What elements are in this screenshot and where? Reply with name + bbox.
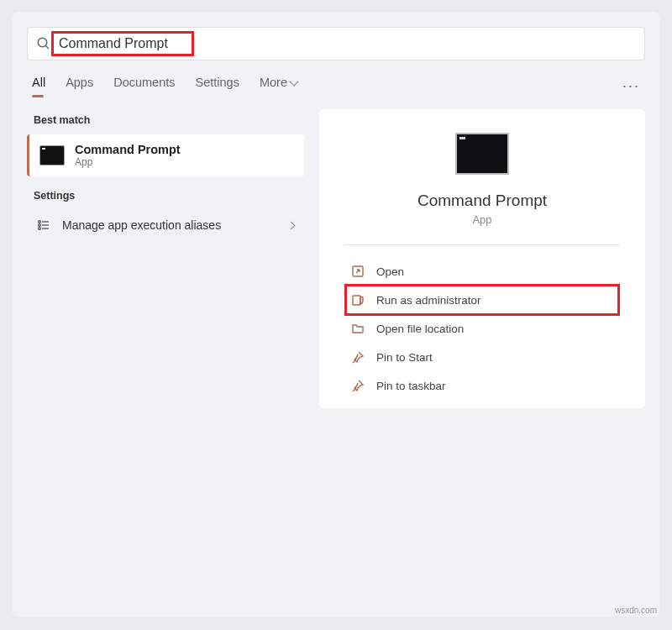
detail-actions: Open Run as administrator Open file loca… (328, 257, 637, 400)
detail-title: Command Prompt (328, 192, 637, 210)
action-open-file-location[interactable]: Open file location (346, 314, 618, 343)
action-label: Run as administrator (376, 294, 481, 307)
svg-point-2 (39, 221, 41, 223)
command-prompt-icon (39, 145, 65, 165)
pin-icon (351, 379, 365, 392)
aliases-icon (37, 218, 50, 232)
result-subtitle: App (75, 156, 181, 168)
action-label: Open file location (376, 323, 464, 335)
tab-settings[interactable]: Settings (196, 76, 239, 96)
svg-point-6 (39, 228, 41, 230)
tab-all[interactable]: All (32, 76, 45, 96)
search-highlight (51, 31, 194, 56)
svg-point-4 (39, 224, 41, 227)
detail-pane: Command Prompt App Open Run as administr… (319, 109, 645, 408)
action-pin-to-start[interactable]: Pin to Start (346, 343, 618, 371)
settings-result-aliases[interactable]: Manage app execution aliases (27, 210, 304, 240)
detail-subtitle: App (328, 213, 637, 226)
open-icon (351, 265, 365, 278)
action-label: Pin to taskbar (376, 380, 446, 392)
results-list: Best match Command Prompt App Settings M… (27, 109, 304, 408)
result-title: Command Prompt (75, 143, 181, 156)
action-open[interactable]: Open (346, 257, 618, 286)
detail-app-icon (455, 133, 509, 175)
overflow-menu-button[interactable]: ··· (622, 77, 640, 95)
action-label: Open (376, 265, 404, 278)
chevron-right-icon (287, 221, 296, 229)
search-bar[interactable] (27, 27, 645, 60)
results-area: Best match Command Prompt App Settings M… (27, 109, 645, 408)
divider (344, 244, 620, 245)
action-label: Pin to Start (376, 351, 433, 364)
action-run-as-administrator[interactable]: Run as administrator (346, 286, 618, 314)
svg-line-1 (45, 45, 49, 49)
pin-icon (351, 350, 365, 364)
action-pin-to-taskbar[interactable]: Pin to taskbar (346, 371, 618, 400)
settings-result-label: Manage app execution aliases (62, 218, 221, 232)
folder-icon (351, 322, 365, 335)
section-best-match-label: Best match (34, 114, 304, 126)
chevron-down-icon (289, 76, 298, 86)
search-icon (36, 36, 51, 51)
section-settings-label: Settings (34, 190, 304, 202)
best-match-result[interactable]: Command Prompt App (27, 134, 304, 176)
tab-documents[interactable]: Documents (113, 76, 175, 96)
result-text: Command Prompt App (75, 143, 181, 168)
tab-more[interactable]: More (260, 76, 297, 96)
tab-apps[interactable]: Apps (66, 76, 93, 96)
filter-tabs: All Apps Documents Settings More ··· (32, 76, 640, 96)
watermark: wsxdn.com (615, 606, 657, 615)
search-input[interactable] (57, 34, 192, 54)
shield-icon (351, 293, 365, 307)
svg-rect-9 (353, 296, 360, 305)
svg-point-0 (38, 38, 47, 47)
start-search-window: All Apps Documents Settings More ··· Bes… (12, 12, 660, 617)
